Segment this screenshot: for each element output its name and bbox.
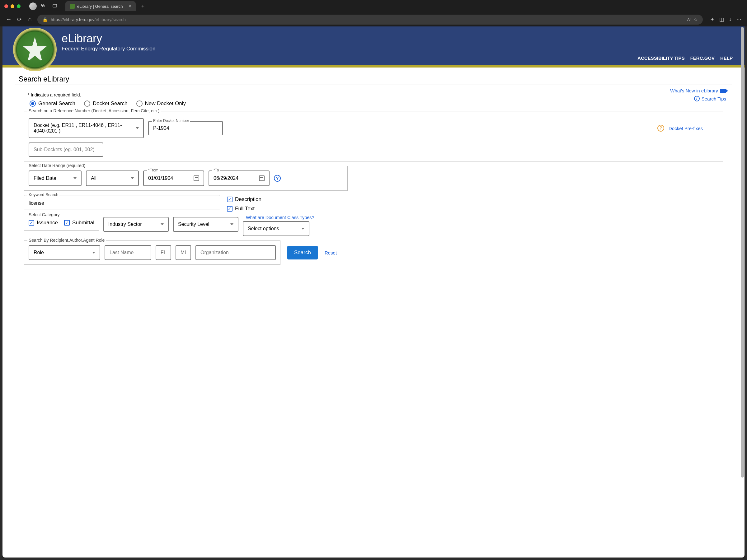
nav-accessibility[interactable]: ACCESSIBILITY TIPS [638,55,685,61]
date-range-section: Select Date Range (required) Filed Date … [24,166,348,191]
workspaces-icon[interactable] [39,2,48,10]
radio-docket-search[interactable]: Docket Search [84,101,128,107]
scrollbar[interactable] [741,27,744,557]
keyword-input-wrap: Keyword Search [24,195,220,209]
back-button[interactable]: ← [6,16,12,23]
browser-chrome: eLibrary | General search × + ← ⟳ ⌂ 🔒 ht… [0,0,747,26]
calendar-icon[interactable] [194,176,199,181]
check-fulltext[interactable]: ✓Full Text [227,206,261,212]
tab-close-button[interactable]: × [128,3,131,9]
check-issuance[interactable]: ✓Issuance [29,220,58,226]
page-viewport: eLibrary Federal Energy Regulatory Commi… [2,26,745,558]
nav-help[interactable]: HELP [720,55,733,61]
video-icon [720,89,726,93]
docket-number-field[interactable] [153,125,218,131]
top-links: What's New in eLibrary i Search Tips [670,88,726,101]
subdocket-field[interactable] [34,147,98,153]
header-nav: ACCESSIBILITY TIPS FERC.GOV HELP [638,55,733,61]
date-to-input[interactable]: *To 06/29/2024 [209,170,269,186]
minimize-window-button[interactable] [10,4,14,8]
role-select[interactable]: Role [29,245,100,260]
brand-title: eLibrary [61,32,155,45]
whats-new-link[interactable]: What's New in eLibrary [670,88,718,93]
category-fieldset: Select Category ✓Issuance ✓Submittal [24,215,99,231]
browser-toolbar: ← ⟳ ⌂ 🔒 https://elibrary.ferc.gov/eLibra… [0,12,747,26]
brand: eLibrary Federal Energy Regulatory Commi… [61,32,155,52]
docket-type-select[interactable]: Docket (e.g. ER11 , ER11-4046 , ER11-404… [29,118,144,138]
check-description[interactable]: ✓Description [227,196,261,203]
search-type-radios: General Search Docket Search New Docket … [30,101,723,107]
category-section: Select Category ✓Issuance ✓Submittal Ind… [24,215,723,236]
new-tab-button[interactable]: + [141,3,145,10]
radio-general-search[interactable]: General Search [30,101,75,107]
close-window-button[interactable] [4,4,8,8]
reset-link[interactable]: Reset [325,250,337,256]
docket-prefixes-link[interactable]: Docket Pre-fixes [669,126,703,131]
reader-icon[interactable]: A⁾ [687,18,691,22]
subdocket-input[interactable] [29,142,103,157]
required-note: * Indicates a required field. [28,92,723,97]
radio-new-docket[interactable]: New Docket Only [136,101,186,107]
info-icon: i [694,96,700,101]
industry-sector-select[interactable]: Industry Sector [103,217,169,232]
maximize-window-button[interactable] [17,4,21,8]
split-icon[interactable]: ◫ [719,17,724,22]
fi-input[interactable] [156,245,171,260]
role-section: Search By Recipient,Author,Agent Role Ro… [24,240,280,265]
date-help-icon[interactable]: ? [274,175,281,182]
main-content: Search eLibrary What's New in eLibrary i… [2,68,745,284]
keyword-input[interactable] [29,201,215,206]
reference-legend: Search on a Reference Number (Docket, Ac… [27,108,161,113]
nav-ferc[interactable]: FERC.GOV [690,55,715,61]
address-bar[interactable]: 🔒 https://elibrary.ferc.gov/eLibrary/sea… [37,15,703,25]
org-input[interactable] [196,245,276,260]
docket-number-input[interactable]: Enter Docket Number [148,121,223,135]
page-title: Search eLibrary [19,75,732,83]
tab-overview-icon[interactable] [50,2,59,10]
help-icon[interactable]: ? [658,125,664,132]
search-button[interactable]: Search [287,246,318,260]
extensions-icon[interactable]: ✦ [710,17,714,22]
menu-icon[interactable]: ⋯ [737,17,741,22]
mi-input[interactable] [176,245,191,260]
url-text: https://elibrary.ferc.gov/eLibrary/searc… [51,17,126,22]
tab-title: eLibrary | General search [77,4,123,9]
keyword-row: Keyword Search ✓Description ✓Full Text [24,195,723,212]
home-button[interactable]: ⌂ [27,16,33,23]
security-level-select[interactable]: Security Level [173,217,238,232]
favorite-icon[interactable]: ☆ [694,17,698,22]
site-header: eLibrary Federal Energy Regulatory Commi… [2,26,745,68]
brand-subtitle: Federal Energy Regulatory Commission [61,46,155,52]
site-lock-icon: 🔒 [42,17,48,22]
downloads-icon[interactable]: ↓ [729,17,731,22]
refresh-button[interactable]: ⟳ [16,16,22,23]
svg-rect-2 [53,4,57,7]
date-legend: Select Date Range (required) [27,163,86,168]
browser-tab[interactable]: eLibrary | General search × [66,1,136,11]
window-controls [4,4,21,8]
class-types-select[interactable]: Select options [243,221,309,236]
calendar-icon[interactable] [259,176,264,181]
titlebar: eLibrary | General search × + [0,0,747,12]
toolbar-actions: ✦ ◫ ↓ ⋯ [710,17,741,22]
agency-seal [13,28,57,71]
search-card: What's New in eLibrary i Search Tips * I… [15,85,732,271]
check-submittal[interactable]: ✓Submittal [64,220,94,226]
reference-number-section: Search on a Reference Number (Docket, Ac… [24,111,723,161]
date-range-preset-select[interactable]: All [86,170,139,186]
date-type-select[interactable]: Filed Date [29,170,81,186]
class-types-link[interactable]: What are Document Class Types? [246,215,314,220]
lastname-input[interactable] [105,245,151,260]
profile-avatar[interactable] [29,2,37,10]
search-tips-link[interactable]: Search Tips [701,96,726,101]
tab-favicon [70,4,75,9]
date-from-input[interactable]: *From 01/01/1904 [143,170,204,186]
